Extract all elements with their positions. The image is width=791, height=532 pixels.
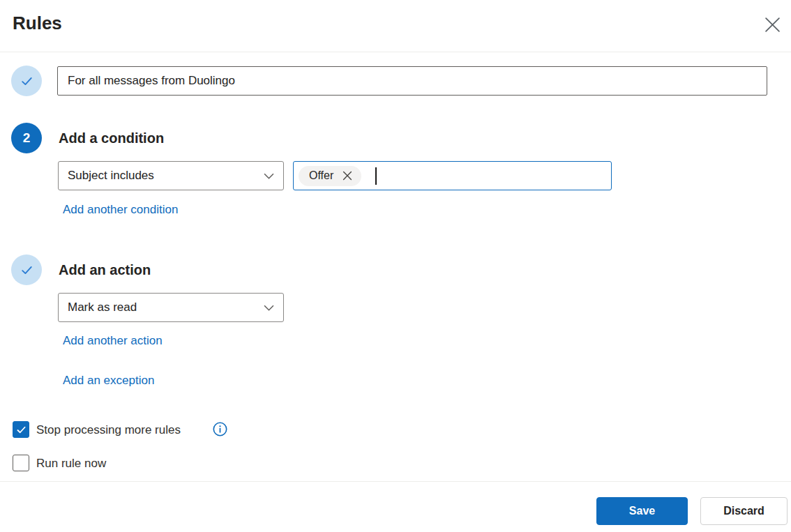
action-dropdown[interactable]: Mark as read bbox=[58, 293, 284, 322]
stop-processing-checkbox[interactable] bbox=[13, 421, 29, 438]
add-another-action-link[interactable]: Add another action bbox=[63, 333, 163, 348]
action-dropdown-value: Mark as read bbox=[68, 301, 137, 314]
info-button[interactable] bbox=[212, 421, 228, 437]
condition-dropdown-value: Subject includes bbox=[68, 169, 154, 183]
run-rule-now-label: Run rule now bbox=[36, 456, 106, 471]
save-button[interactable]: Save bbox=[596, 497, 688, 525]
chevron-down-icon bbox=[264, 173, 274, 179]
condition-value-input[interactable]: Offer bbox=[293, 161, 612, 190]
stop-processing-label: Stop processing more rules bbox=[36, 423, 181, 437]
text-cursor bbox=[375, 167, 377, 185]
step-number: 2 bbox=[23, 130, 31, 146]
header-divider bbox=[0, 52, 791, 52]
page-title: Rules bbox=[13, 11, 62, 35]
checkmark-icon bbox=[15, 424, 27, 436]
discard-button[interactable]: Discard bbox=[700, 497, 788, 525]
footer-divider bbox=[0, 481, 791, 482]
close-icon bbox=[764, 17, 781, 33]
rules-dialog: Rules 2 Add a condition Subject includes… bbox=[0, 0, 791, 532]
chevron-down-icon bbox=[264, 305, 274, 311]
run-rule-now-checkbox[interactable] bbox=[13, 455, 29, 471]
checkmark-icon bbox=[20, 263, 34, 278]
tag-chip: Offer bbox=[299, 166, 361, 186]
add-exception-link[interactable]: Add an exception bbox=[63, 373, 154, 388]
checkmark-icon bbox=[20, 74, 34, 89]
condition-step-indicator: 2 bbox=[11, 123, 42, 153]
dismiss-icon bbox=[342, 171, 352, 181]
condition-dropdown[interactable]: Subject includes bbox=[58, 161, 284, 190]
tag-chip-label: Offer bbox=[309, 169, 333, 182]
action-heading: Add an action bbox=[59, 261, 151, 280]
action-step-indicator bbox=[11, 254, 42, 285]
rule-name-step-indicator bbox=[11, 66, 42, 96]
rule-name-input[interactable] bbox=[57, 66, 767, 96]
remove-tag-button[interactable] bbox=[342, 171, 352, 181]
info-icon bbox=[212, 421, 228, 437]
condition-heading: Add a condition bbox=[59, 129, 164, 148]
add-another-condition-link[interactable]: Add another condition bbox=[63, 202, 178, 217]
close-button[interactable] bbox=[759, 13, 785, 36]
